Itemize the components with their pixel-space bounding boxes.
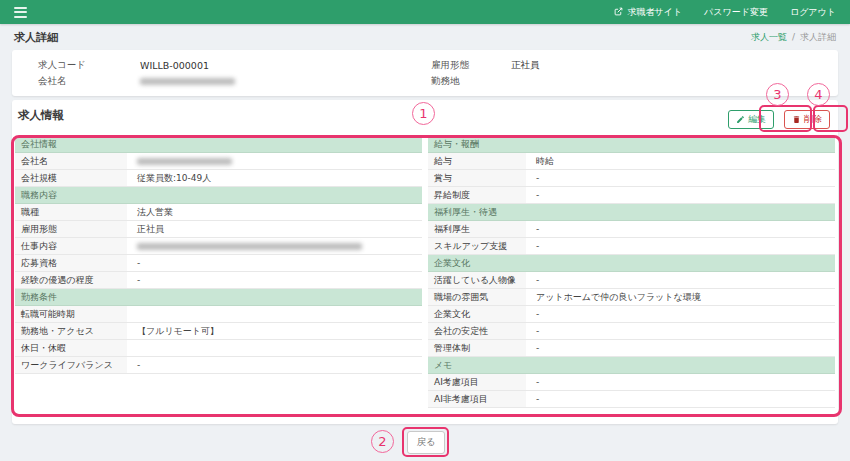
table-section-header: 職務内容 bbox=[15, 187, 422, 204]
table-section-header: 会社情報 bbox=[15, 136, 422, 153]
trash-icon bbox=[792, 115, 801, 124]
table-row: 給与時給 bbox=[428, 153, 835, 170]
table-row-label: 昇給制度 bbox=[428, 187, 526, 203]
pencil-icon bbox=[736, 115, 745, 124]
table-row-label: 職種 bbox=[15, 204, 127, 220]
job-info-table-left: 会社情報会社名会社規模従業員数:10-49人職務内容職種法人営業雇用形態正社員仕… bbox=[15, 136, 422, 374]
table-row-value: - bbox=[127, 272, 422, 288]
breadcrumb-separator: / bbox=[792, 32, 795, 42]
table-section-header: 勤務条件 bbox=[15, 289, 422, 306]
summary-field: 雇用形態正社員 bbox=[425, 57, 838, 73]
table-row-label: 会社名 bbox=[15, 153, 127, 169]
table-row: 会社名 bbox=[15, 153, 422, 170]
redacted-value bbox=[137, 243, 362, 250]
table-row-label: 福利厚生 bbox=[428, 221, 526, 237]
table-row-label: 企業文化 bbox=[428, 306, 526, 322]
table-row-label: 勤務地・アクセス bbox=[15, 323, 127, 339]
table-row: 昇給制度- bbox=[428, 187, 835, 204]
table-row: スキルアップ支援- bbox=[428, 238, 835, 255]
table-row: 転職可能時期 bbox=[15, 306, 422, 323]
table-row-value: - bbox=[526, 238, 835, 254]
delete-button[interactable]: 削除 bbox=[784, 110, 830, 129]
breadcrumb: 求人一覧 / 求人詳細 bbox=[751, 31, 836, 44]
table-row: 経験の優遇の程度- bbox=[15, 272, 422, 289]
redacted-value bbox=[137, 158, 232, 165]
table-row-label: 賞与 bbox=[428, 170, 526, 186]
summary-field-label: 会社名 bbox=[38, 75, 140, 88]
table-row-label: 給与 bbox=[428, 153, 526, 169]
job-info-card: 求人情報 編集 削除 会社情報会社名会社規模従業員数:10-49人職務内容職種法… bbox=[12, 100, 838, 424]
table-row-label: 転職可能時期 bbox=[15, 306, 127, 322]
table-row-label: AI非考慮項目 bbox=[428, 391, 526, 407]
table-row-value: 【フルリモート可】 bbox=[127, 323, 422, 339]
table-row: AI非考慮項目- bbox=[428, 391, 835, 408]
table-row-value: 従業員数:10-49人 bbox=[127, 170, 422, 186]
external-link-icon bbox=[614, 7, 623, 18]
table-row-label: 会社の安定性 bbox=[428, 323, 526, 339]
table-row-value: アットホームで仲の良いフラットな環境 bbox=[526, 289, 835, 305]
appbar-link-label: ログアウト bbox=[790, 6, 836, 19]
appbar-link-label: 求職者サイト bbox=[627, 6, 682, 19]
appbar-links: 求職者サイトパスワード変更ログアウト bbox=[614, 6, 836, 19]
table-row-value bbox=[127, 306, 422, 322]
page-title: 求人詳細 bbox=[14, 30, 58, 45]
table-row: 仕事内容 bbox=[15, 238, 422, 255]
edit-button[interactable]: 編集 bbox=[728, 110, 774, 129]
table-row-value: - bbox=[526, 272, 835, 288]
breadcrumb-job-list-link[interactable]: 求人一覧 bbox=[751, 31, 787, 44]
table-row: 職種法人営業 bbox=[15, 204, 422, 221]
table-row: 管理体制- bbox=[428, 340, 835, 357]
table-row-label: 休日・休暇 bbox=[15, 340, 127, 356]
table-section-header: メモ bbox=[428, 357, 835, 374]
page-bar: 求人詳細 求人一覧 / 求人詳細 bbox=[0, 24, 850, 50]
table-row-value: - bbox=[526, 323, 835, 339]
table-row: ワークライフバランス- bbox=[15, 357, 422, 374]
table-section-header: 企業文化 bbox=[428, 255, 835, 272]
table-row: 企業文化- bbox=[428, 306, 835, 323]
table-row: 雇用形態正社員 bbox=[15, 221, 422, 238]
summary-field-value: WILLB-000001 bbox=[140, 60, 209, 71]
table-row-value: 正社員 bbox=[127, 221, 422, 237]
redacted-value bbox=[140, 78, 235, 85]
table-row: 休日・休暇 bbox=[15, 340, 422, 357]
breadcrumb-current: 求人詳細 bbox=[800, 31, 836, 44]
table-row-value: - bbox=[127, 357, 422, 373]
job-info-title: 求人情報 bbox=[18, 108, 64, 123]
table-row-label: 活躍している人物像 bbox=[428, 272, 526, 288]
table-row-value bbox=[127, 340, 422, 356]
table-section-header: 福利厚生・待遇 bbox=[428, 204, 835, 221]
table-row-label: ワークライフバランス bbox=[15, 357, 127, 373]
table-row-label: 応募資格 bbox=[15, 255, 127, 271]
table-row-label: スキルアップ支援 bbox=[428, 238, 526, 254]
table-row-value: - bbox=[526, 374, 835, 390]
table-row: 職場の雰囲気アットホームで仲の良いフラットな環境 bbox=[428, 289, 835, 306]
summary-right-column: 雇用形態正社員勤務地 bbox=[425, 57, 838, 89]
table-row-label: 経験の優遇の程度 bbox=[15, 272, 127, 288]
table-row-label: 雇用形態 bbox=[15, 221, 127, 237]
job-summary-card: 求人コードWILLB-000001会社名 雇用形態正社員勤務地 bbox=[12, 50, 838, 96]
table-row: 活躍している人物像- bbox=[428, 272, 835, 289]
table-row-value: - bbox=[526, 340, 835, 356]
job-info-card-header: 求人情報 編集 削除 bbox=[12, 100, 838, 134]
hamburger-menu-icon[interactable] bbox=[14, 7, 27, 18]
appbar-link-0[interactable]: 求職者サイト bbox=[614, 6, 682, 19]
table-section-header: 給与・報酬 bbox=[428, 136, 835, 153]
table-row-value: - bbox=[526, 170, 835, 186]
table-row-value bbox=[127, 153, 422, 169]
appbar-link-2[interactable]: ログアウト bbox=[790, 6, 836, 19]
summary-left-column: 求人コードWILLB-000001会社名 bbox=[12, 57, 425, 89]
table-row-value: - bbox=[526, 221, 835, 237]
summary-field: 勤務地 bbox=[425, 73, 838, 89]
back-button[interactable]: 戻る bbox=[407, 431, 445, 454]
delete-button-label: 削除 bbox=[804, 113, 822, 126]
table-row-value bbox=[127, 238, 422, 254]
table-row-value: - bbox=[127, 255, 422, 271]
appbar-link-1[interactable]: パスワード変更 bbox=[704, 6, 768, 19]
table-row-value: - bbox=[526, 391, 835, 407]
table-row: 会社規模従業員数:10-49人 bbox=[15, 170, 422, 187]
appbar-link-label: パスワード変更 bbox=[704, 6, 768, 19]
table-row: 会社の安定性- bbox=[428, 323, 835, 340]
table-row-value: 時給 bbox=[526, 153, 835, 169]
table-row-label: 職場の雰囲気 bbox=[428, 289, 526, 305]
app-header: 求職者サイトパスワード変更ログアウト bbox=[0, 0, 850, 24]
